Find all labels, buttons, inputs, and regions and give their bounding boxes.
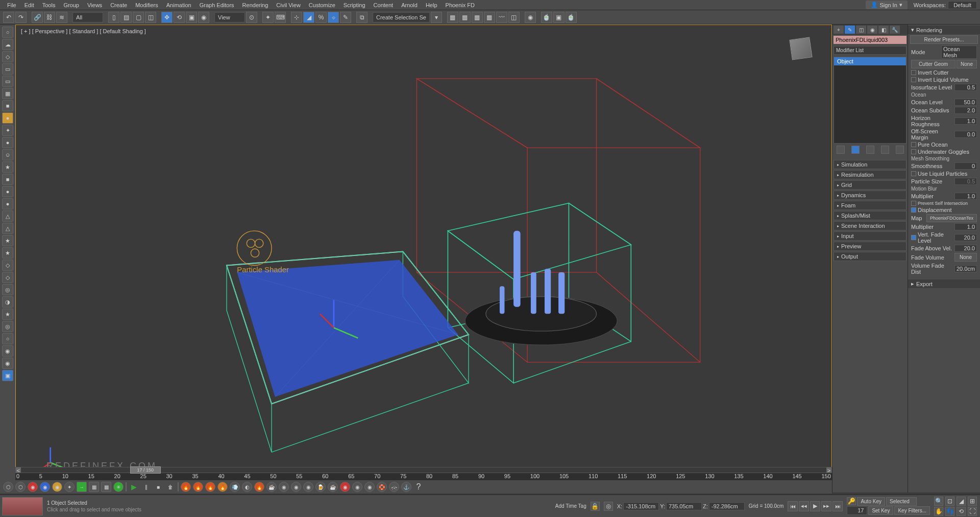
snap-toggle-button[interactable]: ⊹ <box>291 12 302 23</box>
nav-zoom-icon[interactable]: 🔍 <box>934 497 943 506</box>
time-slider-thumb[interactable]: 17 / 150 <box>130 466 161 474</box>
ref-coord-system[interactable]: View <box>214 12 245 22</box>
rollout-input[interactable]: ▸Input <box>834 231 906 241</box>
preset-33[interactable]: 🚓 <box>389 482 399 492</box>
viewport[interactable]: [ + ] [ Perspective ] [ Standard ] [ Def… <box>15 25 832 492</box>
left-icon-12[interactable]: ■ <box>2 174 13 185</box>
sim-delete-button[interactable]: 🗑 <box>165 482 176 492</box>
key-mode-icon[interactable]: 🔑 <box>847 497 856 505</box>
preset-31[interactable]: ◉ <box>364 482 375 492</box>
pure-ocean-checkbox[interactable] <box>911 142 916 147</box>
setkey-button[interactable]: Set Key <box>868 506 893 515</box>
workspace-selector[interactable]: Workspaces: Default <box>914 1 977 9</box>
scale-button[interactable]: ▣ <box>186 12 197 23</box>
move-button[interactable]: ✥ <box>161 12 173 23</box>
lock-selection-icon[interactable]: 🔒 <box>591 502 600 511</box>
displacement-checkbox[interactable] <box>911 207 916 213</box>
rollout-dynamics[interactable]: ▸Dynamics <box>834 191 906 200</box>
preset-fire-3[interactable]: 🔥 <box>205 482 215 492</box>
menu-arnold[interactable]: Arnold <box>397 1 422 9</box>
left-icon-5[interactable]: ▦ <box>2 88 13 99</box>
prevent-self-intersection-checkbox[interactable] <box>911 201 916 206</box>
sim-play-button[interactable]: ▶ <box>129 482 139 492</box>
time-ruler[interactable]: 0510152025303540455055606570758085909510… <box>15 473 832 480</box>
time-slider[interactable]: < 17 / 150 > <box>15 467 832 473</box>
create-tab[interactable]: + <box>834 26 844 34</box>
invert-cutter-checkbox[interactable] <box>911 70 916 75</box>
render-setup-button[interactable]: 🍵 <box>541 12 552 23</box>
cutter-geom-button[interactable]: Cutter Geom <box>911 60 955 68</box>
phx-icon-6[interactable]: → <box>77 482 87 492</box>
left-icon-4[interactable]: ▭ <box>2 76 13 87</box>
show-end-result-button[interactable] <box>851 146 860 154</box>
next-frame-button[interactable]: ▸▸ <box>821 501 831 511</box>
displacement-map-button[interactable]: PhoenixFDOceanTex <box>926 214 977 222</box>
curve-editor-button[interactable]: 〰 <box>496 12 507 23</box>
preset-25[interactable]: ◉ <box>291 482 301 492</box>
menu-content[interactable]: Content <box>370 1 398 9</box>
preset-26[interactable]: ◉ <box>303 482 313 492</box>
left-icon-26[interactable]: ◉ <box>2 345 13 357</box>
left-icon-9[interactable]: ● <box>2 137 13 148</box>
placement-button[interactable]: ◉ <box>198 12 209 23</box>
vert-fade-checkbox[interactable] <box>911 235 916 240</box>
phx-icon-5[interactable]: ✦ <box>64 482 75 492</box>
preset-coffee[interactable]: ☕ <box>266 482 277 492</box>
rollout-preview[interactable]: ▸Preview <box>834 242 906 251</box>
modify-tab[interactable]: ✎ <box>845 26 855 34</box>
left-icon-2[interactable]: ◇ <box>2 51 13 62</box>
autokey-button[interactable]: Auto Key <box>857 497 885 506</box>
preset-smoke[interactable]: 💨 <box>230 482 240 492</box>
bind-button[interactable]: ≋ <box>56 12 67 23</box>
preset-24[interactable]: ◉ <box>279 482 289 492</box>
y-coord-field[interactable]: 735.05cm <box>666 502 702 510</box>
goto-start-button[interactable]: ⏮ <box>788 501 798 511</box>
isosurface-spinner[interactable]: 0.5 <box>954 84 977 91</box>
offscreen-margin-spinner[interactable]: 0.0 <box>954 131 977 138</box>
menu-phoenixfd[interactable]: Phoenix FD <box>442 1 479 9</box>
left-icon-18[interactable]: ★ <box>2 247 13 258</box>
left-icon-16[interactable]: △ <box>2 223 13 234</box>
edit-named-sel-button[interactable]: ✎ <box>340 12 351 23</box>
left-icon-17[interactable]: ★ <box>2 235 13 246</box>
menu-file[interactable]: File <box>3 1 20 9</box>
utilities-tab[interactable]: 🔧 <box>890 26 900 34</box>
edit-sel-set-button[interactable]: ▾ <box>431 12 442 23</box>
menu-tools[interactable]: Tools <box>38 1 60 9</box>
rollout-foam[interactable]: ▸Foam <box>834 201 906 210</box>
left-icon-14[interactable]: ● <box>2 198 13 209</box>
displacement-multiplier-spinner[interactable]: 1.0 <box>954 223 977 230</box>
goto-end-button[interactable]: ⏭ <box>832 501 843 511</box>
preset-fire-4[interactable]: 🔥 <box>217 482 228 492</box>
phx-icon-1[interactable]: ⬡ <box>15 482 26 492</box>
key-filter-dropdown[interactable]: Selected <box>886 497 917 506</box>
nav-maximize-icon[interactable]: ⛶ <box>968 507 977 516</box>
select-region-button[interactable]: ▢ <box>133 12 144 23</box>
signin-button[interactable]: 👤 Sign In ▾ <box>866 1 908 9</box>
ocean-level-spinner[interactable]: 50.0 <box>954 99 977 106</box>
menu-animation[interactable]: Animation <box>162 1 195 9</box>
phx-icon-0[interactable]: ⬡ <box>3 482 13 492</box>
nav-zoom-all-icon[interactable]: ⊡ <box>945 497 954 506</box>
particle-size-spinner[interactable]: 0.5 <box>954 178 977 185</box>
configure-sets-button[interactable] <box>896 146 904 154</box>
material-sample-thumb[interactable] <box>2 497 43 515</box>
menu-create[interactable]: Create <box>106 1 131 9</box>
angle-snap-button[interactable]: ◢ <box>303 12 314 23</box>
sim-pause-button[interactable]: ‖ <box>141 482 151 492</box>
left-icon-13[interactable]: ● <box>2 186 13 197</box>
motion-blur-multiplier-spinner[interactable]: 1.0 <box>954 193 977 200</box>
preset-fire-1[interactable]: 🔥 <box>181 482 191 492</box>
phx-icon-9[interactable]: ✳ <box>113 482 124 492</box>
scene-explorer-button[interactable]: ▦ <box>472 12 483 23</box>
stack-item-object[interactable]: Object <box>834 57 906 65</box>
nav-fov-icon[interactable]: ◢ <box>957 497 966 506</box>
left-icon-27[interactable]: ◉ <box>2 358 13 369</box>
layer-explorer-button[interactable]: ▦ <box>459 12 471 23</box>
cutter-geom-value[interactable]: None <box>957 60 977 68</box>
preset-21[interactable]: ◐ <box>242 482 252 492</box>
menu-graph-editors[interactable]: Graph Editors <box>195 1 238 9</box>
add-time-tag[interactable]: Add Time Tag <box>555 503 586 509</box>
pin-stack-button[interactable] <box>837 146 845 154</box>
left-icon-11[interactable]: ★ <box>2 161 13 173</box>
